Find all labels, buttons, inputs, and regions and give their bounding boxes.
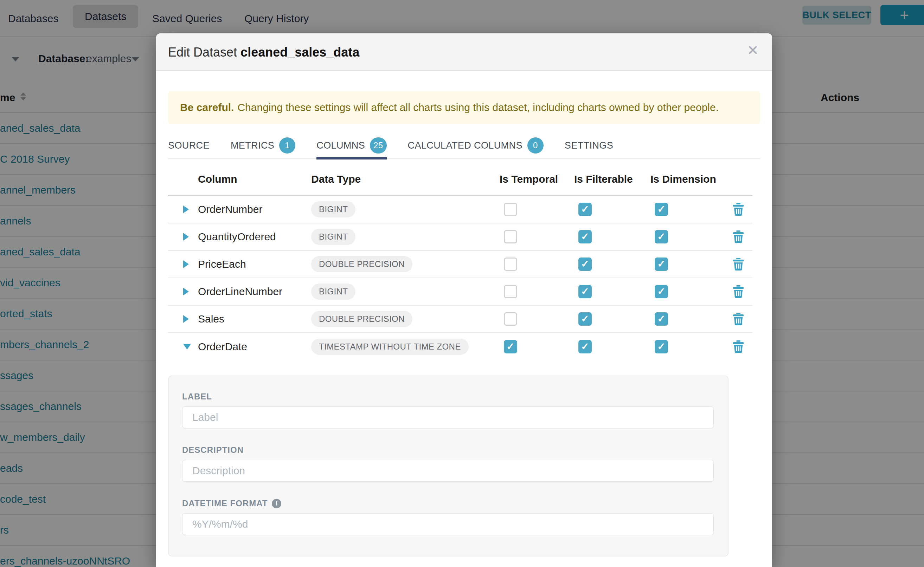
description-field-label: DESCRIPTION xyxy=(182,445,715,455)
expand-caret-icon[interactable] xyxy=(183,260,189,268)
column-row: OrderDate TIMESTAMP WITHOUT TIME ZONE ✓ … xyxy=(168,333,752,360)
tab-label: COLUMNS xyxy=(316,140,365,151)
data-type-pill: DOUBLE PRECISION xyxy=(311,311,412,327)
is-filterable-checkbox[interactable]: ✓ xyxy=(578,230,592,243)
is-temporal-checkbox[interactable]: ✓ xyxy=(504,258,517,271)
datetime-format-input[interactable] xyxy=(182,513,714,535)
modal-body: Be careful. Changing these settings will… xyxy=(156,92,772,556)
column-row: QuantityOrdered BIGINT ✓ ✓ ✓ xyxy=(168,224,752,251)
is-dimension-checkbox[interactable]: ✓ xyxy=(655,258,668,271)
label-input[interactable] xyxy=(182,406,714,428)
is-temporal-header: Is Temporal xyxy=(500,173,574,185)
is-temporal-checkbox[interactable]: ✓ xyxy=(504,230,517,243)
column-name: OrderLineNumber xyxy=(198,286,311,297)
tab-count-badge: 25 xyxy=(370,137,387,153)
warning-bold-text: Be careful. xyxy=(180,102,234,114)
description-field-label-text: DESCRIPTION xyxy=(182,445,244,455)
column-editor-panel: LABEL DESCRIPTION DATETIME FORMAT i xyxy=(168,375,728,556)
modal-title-dataset-name: cleaned_sales_data xyxy=(241,45,359,59)
info-icon[interactable]: i xyxy=(272,499,281,508)
trash-icon xyxy=(732,312,744,326)
tab-calculated-columns[interactable]: CALCULATED COLUMNS 0 xyxy=(408,132,543,159)
tab-label: SOURCE xyxy=(168,140,209,151)
modal-title-prefix: Edit Dataset xyxy=(168,45,241,59)
data-type-pill: TIMESTAMP WITHOUT TIME ZONE xyxy=(311,339,469,355)
datetime-format-field-label: DATETIME FORMAT i xyxy=(182,498,715,508)
tab-source[interactable]: SOURCE xyxy=(168,132,209,159)
warning-text: Changing these settings will affect all … xyxy=(237,102,719,114)
modal-tabs: SOURCE METRICS 1 COLUMNS 25 CALCULATED C… xyxy=(168,132,760,159)
is-temporal-checkbox[interactable]: ✓ xyxy=(504,312,517,326)
tab-label: METRICS xyxy=(231,140,274,151)
column-name: Sales xyxy=(198,313,311,325)
tab-label: SETTINGS xyxy=(565,140,613,151)
is-filterable-checkbox[interactable]: ✓ xyxy=(578,285,592,298)
column-row: OrderLineNumber BIGINT ✓ ✓ ✓ xyxy=(168,278,752,306)
columns-rows: OrderNumber BIGINT ✓ ✓ ✓ QuantityOrdered… xyxy=(168,196,752,360)
tab-label: CALCULATED COLUMNS xyxy=(408,140,522,151)
collapse-caret-icon[interactable] xyxy=(183,344,191,350)
data-type-pill: BIGINT xyxy=(311,229,355,245)
is-filterable-checkbox[interactable]: ✓ xyxy=(578,203,592,216)
trash-icon xyxy=(732,340,744,353)
tab-settings[interactable]: SETTINGS xyxy=(565,132,613,159)
is-temporal-checkbox[interactable]: ✓ xyxy=(504,203,517,216)
is-dimension-checkbox[interactable]: ✓ xyxy=(655,312,668,326)
edit-dataset-modal: Edit Dataset cleaned_sales_data ✕ Be car… xyxy=(156,33,772,567)
is-dimension-checkbox[interactable]: ✓ xyxy=(655,230,668,243)
is-dimension-checkbox[interactable]: ✓ xyxy=(655,340,668,353)
datetime-format-label-text: DATETIME FORMAT xyxy=(182,498,268,508)
modal-title: Edit Dataset cleaned_sales_data xyxy=(168,45,359,60)
column-name: OrderNumber xyxy=(198,203,311,215)
tab-metrics[interactable]: METRICS 1 xyxy=(231,132,295,159)
delete-column-button[interactable] xyxy=(732,340,752,353)
description-input[interactable] xyxy=(182,460,714,482)
is-filterable-checkbox[interactable]: ✓ xyxy=(578,340,592,353)
trash-icon xyxy=(732,285,744,298)
close-icon[interactable]: ✕ xyxy=(747,43,759,57)
is-filterable-checkbox[interactable]: ✓ xyxy=(578,312,592,326)
trash-icon xyxy=(732,230,744,243)
column-row: PriceEach DOUBLE PRECISION ✓ ✓ ✓ xyxy=(168,251,752,278)
is-filterable-header: Is Filterable xyxy=(574,173,650,185)
columns-table-header: Column Data Type Is Temporal Is Filterab… xyxy=(168,159,752,196)
column-row: Sales DOUBLE PRECISION ✓ ✓ ✓ xyxy=(168,306,752,333)
delete-column-button[interactable] xyxy=(732,230,752,243)
expand-caret-icon[interactable] xyxy=(183,315,189,323)
expand-caret-icon[interactable] xyxy=(183,206,189,213)
delete-column-button[interactable] xyxy=(732,285,752,298)
warning-banner: Be careful. Changing these settings will… xyxy=(168,92,760,124)
label-field-label: LABEL xyxy=(182,392,715,402)
trash-icon xyxy=(732,203,744,216)
column-name: OrderDate xyxy=(198,341,311,353)
label-field-label-text: LABEL xyxy=(182,392,212,402)
tab-columns[interactable]: COLUMNS 25 xyxy=(316,132,387,159)
trash-icon xyxy=(732,258,744,271)
tab-count-badge: 0 xyxy=(527,137,543,153)
expand-caret-icon[interactable] xyxy=(183,288,189,296)
is-temporal-checkbox[interactable]: ✓ xyxy=(504,285,517,298)
is-dimension-header: Is Dimension xyxy=(650,173,732,185)
tab-count-badge: 1 xyxy=(279,137,295,153)
column-row: OrderNumber BIGINT ✓ ✓ ✓ xyxy=(168,196,752,224)
data-type-pill: BIGINT xyxy=(311,201,355,218)
delete-column-button[interactable] xyxy=(732,312,752,326)
data-type-header: Data Type xyxy=(311,173,500,185)
expand-caret-icon[interactable] xyxy=(183,233,189,241)
column-name: PriceEach xyxy=(198,258,311,270)
column-name: QuantityOrdered xyxy=(198,231,311,243)
is-dimension-checkbox[interactable]: ✓ xyxy=(655,285,668,298)
data-type-pill: DOUBLE PRECISION xyxy=(311,256,412,272)
delete-column-button[interactable] xyxy=(732,203,752,216)
delete-column-button[interactable] xyxy=(732,258,752,271)
column-header: Column xyxy=(198,173,311,185)
columns-table: Column Data Type Is Temporal Is Filterab… xyxy=(168,159,752,360)
is-temporal-checkbox[interactable]: ✓ xyxy=(504,340,517,353)
modal-header: Edit Dataset cleaned_sales_data ✕ xyxy=(156,33,772,71)
is-filterable-checkbox[interactable]: ✓ xyxy=(578,258,592,271)
data-type-pill: BIGINT xyxy=(311,284,355,300)
is-dimension-checkbox[interactable]: ✓ xyxy=(655,203,668,216)
datasets-page: Databases Datasets Saved Queries Query H… xyxy=(0,0,924,567)
